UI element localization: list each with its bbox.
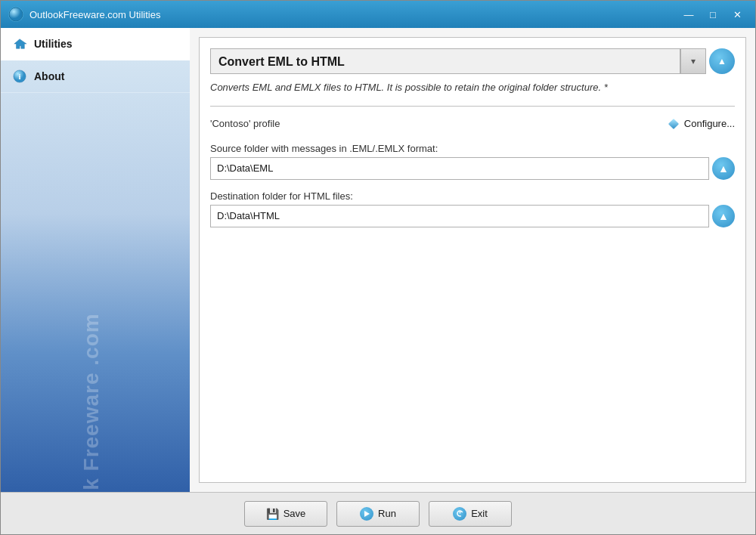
source-field-label: Source folder with messages in .EML/.EML… (210, 143, 735, 154)
app-title: OutlookFreeware.com Utilities (29, 9, 678, 20)
profile-label: 'Contoso' profile (210, 118, 280, 129)
description-text: Converts EML and EMLX files to HTML. It … (210, 80, 735, 95)
window-controls: — □ ✕ (678, 7, 748, 22)
destination-field-row: ▲ (210, 205, 735, 227)
save-icon: 💾 (266, 508, 279, 520)
app-window: OutlookFreeware.com Utilities — □ ✕ Util… (0, 0, 756, 535)
configure-label: Configure... (684, 118, 735, 129)
upload-icon: ▲ (717, 56, 727, 66)
bottom-bar: 💾 Save Run Exit (1, 492, 755, 534)
maximize-button[interactable]: □ (702, 7, 723, 22)
source-field-input[interactable] (210, 157, 709, 180)
sidebar-item-utilities-label: Utilities (34, 38, 73, 50)
converter-dropdown[interactable]: Convert EML to HTML (210, 48, 680, 74)
sidebar-item-about[interactable]: i About (1, 60, 190, 93)
dropdown-arrow-button[interactable]: ▾ (680, 48, 706, 74)
profile-row: 'Contoso' profile Configure... (210, 117, 735, 131)
chevron-down-icon: ▾ (691, 56, 696, 66)
info-icon: i (11, 68, 28, 85)
main-content: Utilities i About (1, 28, 755, 492)
save-button[interactable]: 💾 Save (244, 501, 327, 527)
svg-marker-4 (364, 511, 370, 517)
close-button[interactable]: ✕ (727, 7, 748, 22)
svg-text:i: i (19, 72, 21, 81)
run-label: Run (378, 508, 396, 519)
source-field-row: ▲ (210, 157, 735, 180)
destination-browse-button[interactable]: ▲ (712, 205, 735, 227)
configure-icon (667, 117, 680, 131)
power-icon (456, 509, 464, 518)
source-browse-icon: ▲ (718, 162, 729, 175)
destination-field-section: Destination folder for HTML files: ▲ (210, 190, 735, 227)
play-icon (363, 510, 370, 518)
exit-button[interactable]: Exit (429, 501, 512, 527)
divider (210, 106, 735, 107)
home-icon (11, 36, 28, 52)
svg-point-0 (9, 8, 23, 21)
sidebar-item-about-label: About (34, 70, 64, 82)
svg-rect-3 (668, 118, 679, 128)
run-icon (360, 507, 373, 521)
run-button[interactable]: Run (336, 501, 420, 527)
destination-browse-icon: ▲ (718, 210, 729, 222)
sidebar-item-utilities[interactable]: Utilities (1, 28, 190, 60)
upload-button[interactable]: ▲ (709, 48, 735, 74)
right-panel: Convert EML to HTML ▾ ▲ Converts EML and… (190, 28, 755, 492)
save-label: Save (284, 508, 306, 519)
destination-field-label: Destination folder for HTML files: (210, 190, 735, 202)
sidebar: Utilities i About (1, 28, 190, 492)
source-field-section: Source folder with messages in .EML/.EML… (210, 143, 735, 180)
titlebar: OutlookFreeware.com Utilities — □ ✕ (1, 1, 755, 28)
exit-label: Exit (471, 508, 488, 519)
source-browse-button[interactable]: ▲ (712, 157, 735, 180)
destination-field-input[interactable] (210, 205, 709, 227)
exit-icon (453, 507, 466, 521)
content-box: Convert EML to HTML ▾ ▲ Converts EML and… (199, 37, 746, 483)
app-icon (8, 7, 23, 22)
configure-button[interactable]: Configure... (667, 117, 735, 131)
minimize-button[interactable]: — (678, 7, 699, 22)
converter-dropdown-row: Convert EML to HTML ▾ ▲ (210, 48, 735, 74)
